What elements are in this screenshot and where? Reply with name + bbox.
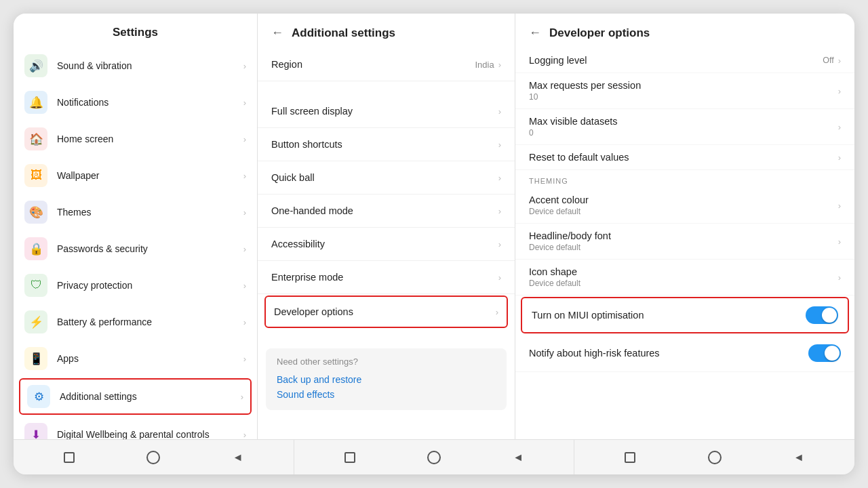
p2-chevron-onehanded: › <box>498 206 501 216</box>
icon-additional: ⚙ <box>27 385 50 408</box>
nav-square-1[interactable] <box>62 450 77 465</box>
nav-circle-1[interactable] <box>146 450 161 465</box>
p3-chevron-accent: › <box>838 201 841 211</box>
nav-circle-3[interactable] <box>707 450 722 465</box>
p3-sub-font: Device default <box>529 243 838 252</box>
developer-options-panel: ← Developer options Logging level Off › … <box>515 14 854 439</box>
back-arrow-additional[interactable]: ← <box>271 26 283 40</box>
p3-chevron-font: › <box>838 237 841 247</box>
sidebar-item-sound[interactable]: 🔊 Sound & vibration › <box>14 47 257 84</box>
p3-item-logging[interactable]: Logging level Off › <box>515 48 854 73</box>
p2-item-quickball[interactable]: Quick ball › <box>258 161 515 195</box>
label-sound: Sound & vibration <box>57 60 243 71</box>
p2-chevron-developer: › <box>496 307 498 317</box>
p2-item-enterprise[interactable]: Enterprise mode › <box>258 261 515 294</box>
navigation-bar: ◄ ◄ ◄ <box>14 439 854 474</box>
developer-list: Logging level Off › Max requests per ses… <box>515 48 854 439</box>
chevron-passwords: › <box>243 244 246 254</box>
p3-chevron-logging: › <box>838 56 841 66</box>
p2-label-enterprise: Enterprise mode <box>271 272 498 283</box>
p3-content-logging: Logging level <box>529 55 823 66</box>
p3-theming-iconshape[interactable]: Icon shape Device default › <box>515 260 854 296</box>
icon-privacy: 🛡 <box>24 274 47 297</box>
sidebar-item-notifications[interactable]: 🔔 Notifications › <box>14 84 257 121</box>
chevron-digital: › <box>243 430 246 440</box>
p3-content-maxrequests: Max requests per session 10 <box>529 80 838 102</box>
p2-label-developer: Developer options <box>274 306 496 317</box>
need-other-link-0[interactable]: Back up and restore <box>277 372 496 387</box>
p3-theming-font[interactable]: Headline/body font Device default › <box>515 224 854 260</box>
additional-header: ← Additional settings <box>258 14 515 48</box>
toggle-switch-highrisk[interactable] <box>808 344 841 362</box>
p3-title-iconshape: Icon shape <box>529 266 838 277</box>
need-other-link-1[interactable]: Sound effects <box>277 387 496 402</box>
sidebar-item-themes[interactable]: 🎨 Themes › <box>14 194 257 230</box>
need-other-title: Need other settings? <box>277 357 496 367</box>
nav-back-2[interactable]: ◄ <box>511 450 526 465</box>
p2-value-region: India <box>475 60 494 70</box>
p3-content-accent: Accent colour Device default <box>529 195 838 216</box>
toggle-label-highrisk: Notify about high-risk features <box>529 348 808 359</box>
p3-content-font: Headline/body font Device default <box>529 230 838 252</box>
nav-back-1[interactable]: ◄ <box>231 450 245 465</box>
sidebar-item-digital[interactable]: ⬇ Digital Wellbeing & parental controls … <box>14 416 257 439</box>
p3-item-maxrequests[interactable]: Max requests per session 10 › <box>515 73 854 109</box>
label-notifications: Notifications <box>57 97 243 108</box>
chevron-wallpaper: › <box>243 171 246 181</box>
icon-sound: 🔊 <box>24 54 47 77</box>
p2-label-fullscreen: Full screen display <box>271 106 498 117</box>
p3-theming-accent[interactable]: Accent colour Device default › <box>515 188 854 224</box>
p3-title-logging: Logging level <box>529 55 823 66</box>
icon-wallpaper: 🖼 <box>24 164 47 187</box>
p2-chevron-enterprise: › <box>498 272 501 283</box>
sidebar-item-home[interactable]: 🏠 Home screen › <box>14 121 257 157</box>
p3-item-maxvisible[interactable]: Max visible datasets 0 › <box>515 109 854 145</box>
sidebar-item-apps[interactable]: 📱 Apps › <box>14 340 257 377</box>
additional-title: Additional settings <box>292 26 395 40</box>
label-privacy: Privacy protection <box>57 280 243 291</box>
p3-title-accent: Accent colour <box>529 195 838 205</box>
p3-title-font: Headline/body font <box>529 230 838 241</box>
chevron-sound: › <box>243 61 246 71</box>
nav-square-3[interactable] <box>623 450 637 465</box>
p2-item-developer[interactable]: Developer options › <box>264 296 508 328</box>
p2-label-button: Button shortcuts <box>271 139 498 150</box>
sidebar-item-battery[interactable]: ⚡ Battery & performance › <box>14 304 257 340</box>
chevron-privacy: › <box>243 281 246 291</box>
p2-chevron-accessibility: › <box>498 239 501 249</box>
toggle-row-highrisk[interactable]: Notify about high-risk features <box>515 335 854 372</box>
developer-header: ← Developer options <box>515 14 854 48</box>
p2-item-fullscreen[interactable]: Full screen display › <box>258 95 515 128</box>
toggle-row-miui[interactable]: Turn on MIUI optimisation <box>521 297 849 333</box>
label-digital: Digital Wellbeing & parental controls <box>57 429 243 439</box>
sidebar-item-privacy[interactable]: 🛡 Privacy protection › <box>14 267 257 304</box>
p3-content-reset: Reset to default values <box>529 152 838 163</box>
icon-apps: 📱 <box>24 347 47 370</box>
p2-item-region[interactable]: Region India › <box>258 48 515 81</box>
sidebar-item-passwords[interactable]: 🔒 Passwords & security › <box>14 230 257 267</box>
sidebar-item-wallpaper[interactable]: 🖼 Wallpaper › <box>14 157 257 194</box>
sidebar-item-additional[interactable]: ⚙ Additional settings › <box>19 378 252 415</box>
label-additional: Additional settings <box>60 391 241 402</box>
p2-item-accessibility[interactable]: Accessibility › <box>258 228 515 261</box>
p3-content-iconshape: Icon shape Device default <box>529 266 838 288</box>
additional-list: Region India › Full screen display › But… <box>258 48 515 439</box>
p2-item-button[interactable]: Button shortcuts › <box>258 128 515 161</box>
back-arrow-developer[interactable]: ← <box>529 26 541 40</box>
icon-notifications: 🔔 <box>24 91 47 114</box>
p3-content-maxvisible: Max visible datasets 0 <box>529 116 838 138</box>
nav-section-3: ◄ <box>574 440 854 474</box>
nav-back-3[interactable]: ◄ <box>791 450 806 465</box>
p2-chevron-quickball: › <box>498 173 501 183</box>
settings-list: 🔊 Sound & vibration › 🔔 Notifications › … <box>14 47 257 439</box>
panels-container: Settings 🔊 Sound & vibration › 🔔 Notific… <box>14 14 854 439</box>
chevron-home: › <box>243 134 246 144</box>
p2-item-onehanded[interactable]: One-handed mode › <box>258 195 515 228</box>
toggle-switch-miui[interactable] <box>806 306 838 324</box>
label-home: Home screen <box>57 134 243 144</box>
nav-square-2[interactable] <box>342 450 357 465</box>
p2-chevron-fullscreen: › <box>498 106 501 117</box>
p3-item-reset[interactable]: Reset to default values › <box>515 145 854 170</box>
nav-circle-2[interactable] <box>427 450 441 465</box>
p3-sub-maxvisible: 0 <box>529 128 838 138</box>
